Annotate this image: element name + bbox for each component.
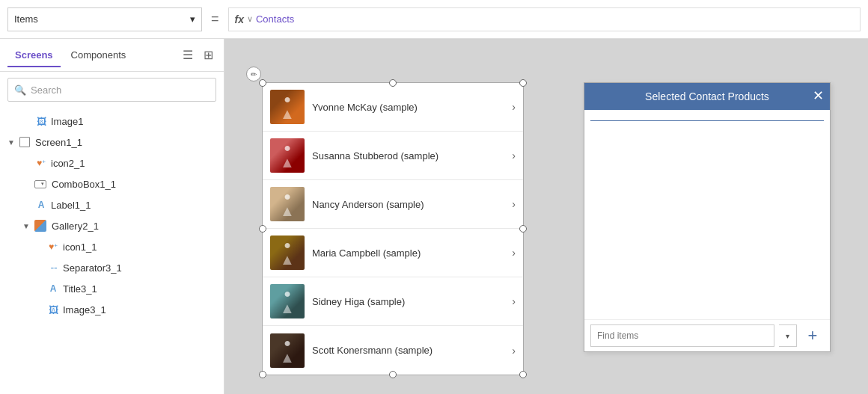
list-view-icon[interactable]: ☰	[180, 45, 196, 65]
combobox-icon: ▾	[34, 180, 46, 188]
contact-chevron-4: ›	[512, 247, 516, 259]
contact-name-3: Nancy Anderson (sample)	[312, 199, 504, 210]
contact-item-2[interactable]: Susanna Stubberod (sample) ›	[263, 132, 523, 180]
contact-name-1: Yvonne McKay (sample)	[312, 102, 504, 113]
contact-name-5: Sidney Higa (sample)	[312, 296, 504, 307]
contact-name-4: Maria Campbell (sample)	[312, 247, 504, 259]
resize-handle-bl[interactable]	[259, 371, 266, 378]
tree-label-gallery2: Gallery2_1	[52, 221, 99, 232]
avatar-5	[270, 284, 305, 318]
left-tabs: Screens Components ☰ ⊞	[0, 39, 224, 72]
tree-label-icon1: icon1_1	[63, 241, 97, 253]
tree-item-image1[interactable]: 🖼 Image1	[0, 111, 224, 132]
right-panel-title: Selected Contact Products	[645, 90, 769, 102]
contact-name-6: Scott Konersmann (sample)	[312, 345, 504, 356]
contact-chevron-5: ›	[512, 295, 516, 307]
heart-icon: ♥+	[34, 156, 48, 170]
tree-chevron-gallery2: ▼	[22, 222, 31, 230]
fx-label: fx	[235, 13, 244, 25]
search-box: 🔍	[7, 78, 216, 102]
tree-label-label1: Label1_1	[51, 200, 91, 211]
edit-icon[interactable]: ✏	[246, 67, 261, 81]
image3-icon: 🖼	[46, 303, 60, 316]
contact-chevron-1: ›	[512, 101, 516, 113]
tree-item-combobox[interactable]: ▾ ComboBox1_1	[0, 173, 224, 194]
tree-item-gallery2[interactable]: ▼ Gallery2_1	[0, 215, 224, 236]
image-icon: 🖼	[34, 114, 48, 128]
gallery-icon	[34, 220, 46, 232]
close-button[interactable]: ✕	[813, 87, 824, 104]
resize-handle-tr[interactable]	[519, 79, 527, 87]
tree-item-title3[interactable]: A Title3_1	[0, 278, 224, 299]
tree-label-image1: Image1	[51, 116, 83, 127]
avatar-4	[270, 236, 305, 270]
toolbar: Items ▾ = fx ∨ Contacts	[0, 0, 868, 39]
add-button[interactable]: +	[801, 324, 824, 347]
contact-item-1[interactable]: Yvonne McKay (sample) ›	[263, 83, 523, 132]
resize-handle-tm[interactable]	[389, 79, 397, 87]
contact-item-3[interactable]: Nancy Anderson (sample) ›	[263, 180, 523, 229]
contact-list-widget[interactable]: ✏ Yvonne McKay (sample) › Susanna Stubbe…	[262, 82, 524, 375]
items-label: Items	[14, 13, 38, 25]
equals-sign: =	[208, 11, 222, 27]
panel-divider	[590, 120, 824, 121]
tree-item-icon2[interactable]: ♥+ icon2_1	[0, 153, 224, 173]
label-icon: A	[34, 198, 48, 212]
avatar-6	[270, 333, 305, 368]
contact-name-2: Susanna Stubberod (sample)	[312, 150, 504, 161]
tree-item-label1[interactable]: A Label1_1	[0, 194, 224, 215]
search-icon: 🔍	[14, 84, 26, 96]
formula-bar[interactable]: fx ∨ Contacts	[228, 7, 861, 31]
tree-item-icon1[interactable]: ♥+ icon1_1	[0, 236, 224, 257]
right-panel-body	[584, 110, 830, 319]
grid-view-icon[interactable]: ⊞	[201, 45, 216, 65]
main-area: Screens Components ☰ ⊞ 🔍 🖼 Image1 ▼	[0, 39, 868, 394]
avatar-1	[270, 90, 305, 124]
resize-handle-mr[interactable]	[519, 225, 527, 233]
tree-label-screen1: Screen1_1	[35, 137, 82, 148]
contact-item-4[interactable]: Maria Campbell (sample) ›	[263, 229, 523, 277]
right-panel-footer: ▾ +	[584, 319, 830, 351]
tree-label-combobox: ComboBox1_1	[52, 179, 116, 190]
search-input[interactable]	[31, 84, 210, 96]
heart-icon-2: ♥+	[46, 240, 60, 253]
tree-label-title3: Title3_1	[63, 283, 97, 295]
avatar-silhouette-2	[277, 138, 298, 173]
avatar-silhouette-3	[277, 187, 298, 221]
tree-label-icon2: icon2_1	[51, 158, 85, 169]
tree-chevron-screen1: ▼	[7, 138, 16, 147]
tree-area: 🖼 Image1 ▼ Screen1_1 ♥+ icon2_1	[0, 108, 224, 394]
tree-item-separator[interactable]: - - Separator3_1	[0, 257, 224, 278]
avatar-silhouette-4	[277, 236, 298, 270]
resize-handle-ml[interactable]	[259, 225, 266, 233]
tree-label-image3: Image3_1	[63, 304, 106, 315]
fx-value: Contacts	[256, 13, 294, 25]
right-panel-header: Selected Contact Products ✕	[584, 83, 830, 110]
find-items-input[interactable]	[590, 324, 774, 347]
dropdown-arrow: ▾	[190, 13, 195, 25]
avatar-silhouette-5	[277, 284, 298, 318]
avatar-silhouette-6	[277, 333, 298, 368]
avatar-2	[270, 138, 305, 173]
contact-item-5[interactable]: Sidney Higa (sample) ›	[263, 277, 523, 326]
find-items-dropdown[interactable]: ▾	[779, 324, 797, 347]
right-panel: Selected Contact Products ✕ ▾ +	[584, 82, 831, 352]
title-icon: A	[46, 282, 60, 295]
tab-screens[interactable]: Screens	[7, 43, 61, 67]
contact-item-6[interactable]: Scott Konersmann (sample) ›	[263, 326, 523, 375]
tab-components[interactable]: Components	[64, 43, 134, 67]
contact-chevron-3: ›	[512, 198, 516, 210]
avatar-3	[270, 187, 305, 221]
resize-handle-tl[interactable]	[259, 79, 266, 87]
contact-chevron-2: ›	[512, 150, 516, 161]
items-dropdown[interactable]: Items ▾	[7, 7, 202, 31]
contact-chevron-6: ›	[512, 345, 516, 357]
avatar-silhouette-1	[277, 90, 298, 124]
screen-icon	[19, 137, 30, 147]
left-panel: Screens Components ☰ ⊞ 🔍 🖼 Image1 ▼	[0, 39, 224, 394]
tree-item-image3[interactable]: 🖼 Image3_1	[0, 299, 224, 320]
canvas-area: ✏ Yvonne McKay (sample) › Susanna Stubbe…	[224, 39, 868, 394]
resize-handle-br[interactable]	[519, 371, 527, 378]
tree-item-screen1[interactable]: ▼ Screen1_1	[0, 132, 224, 153]
resize-handle-bm[interactable]	[389, 371, 397, 378]
